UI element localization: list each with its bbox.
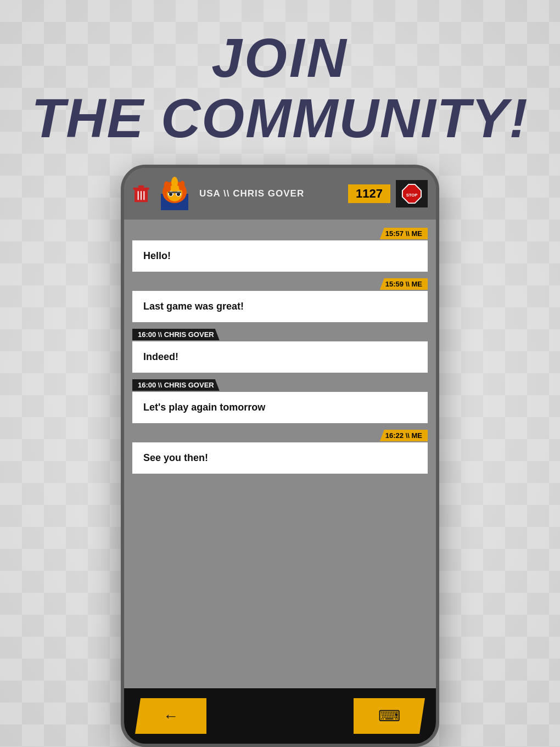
message-bubble-3: Indeed!: [132, 341, 428, 373]
phone-bottom-bar: ← ⌨: [124, 688, 436, 744]
phone-header: USA \\ CHRIS GOVER 1127 STOP: [124, 168, 436, 220]
message-group-3: 16:00 \\ CHRIS GOVER Indeed!: [132, 329, 428, 373]
message-bubble-4: Let's play again tomorrow: [132, 392, 428, 423]
svg-text:STOP: STOP: [406, 193, 418, 198]
chat-area: 15:57 \\ ME Hello! 15:59 \\ ME Last game…: [124, 220, 436, 688]
avatar: [155, 175, 194, 213]
svg-rect-13: [168, 192, 181, 193]
time-badge-2: 15:59 \\ ME: [380, 278, 428, 290]
message-group-1: 15:57 \\ ME Hello!: [132, 228, 428, 272]
time-badge-1: 15:57 \\ ME: [380, 228, 428, 239]
keyboard-icon: ⌨: [378, 707, 400, 725]
title-line1: JOIN: [31, 27, 529, 88]
phone-frame: USA \\ CHRIS GOVER 1127 STOP 15:57 \\ ME: [121, 165, 439, 747]
message-label-1: 15:57 \\ ME: [132, 228, 428, 239]
user-info: USA \\ CHRIS GOVER 1127: [199, 184, 390, 203]
title-section: JOIN THE COMMUNITY!: [31, 27, 529, 148]
message-label-3: 16:00 \\ CHRIS GOVER: [132, 329, 428, 340]
message-label-5: 16:22 \\ ME: [132, 430, 428, 441]
message-bubble-1: Hello!: [132, 240, 428, 272]
title-line2: THE COMMUNITY!: [31, 88, 529, 148]
time-badge-3: 16:00 \\ CHRIS GOVER: [132, 329, 220, 340]
time-badge-4: 16:00 \\ CHRIS GOVER: [132, 379, 220, 391]
message-bubble-2: Last game was great!: [132, 291, 428, 322]
svg-rect-1: [133, 188, 149, 190]
back-button[interactable]: ←: [135, 698, 206, 734]
message-group-5: 16:22 \\ ME See you then!: [132, 430, 428, 474]
stop-button[interactable]: STOP: [396, 180, 428, 207]
message-group-4: 16:00 \\ CHRIS GOVER Let's play again to…: [132, 379, 428, 423]
svg-point-15: [171, 177, 178, 188]
page-content: JOIN THE COMMUNITY!: [0, 0, 560, 747]
username-label: USA \\ CHRIS GOVER: [199, 188, 304, 199]
message-label-4: 16:00 \\ CHRIS GOVER: [132, 379, 428, 391]
message-label-2: 15:59 \\ ME: [132, 278, 428, 290]
svg-rect-2: [138, 186, 144, 188]
keyboard-button[interactable]: ⌨: [354, 698, 425, 734]
trash-icon[interactable]: [132, 184, 150, 204]
score-badge: 1127: [348, 184, 390, 203]
time-badge-5: 16:22 \\ ME: [380, 430, 428, 441]
message-bubble-5: See you then!: [132, 442, 428, 474]
message-group-2: 15:59 \\ ME Last game was great!: [132, 278, 428, 322]
back-arrow-icon: ←: [163, 707, 178, 725]
